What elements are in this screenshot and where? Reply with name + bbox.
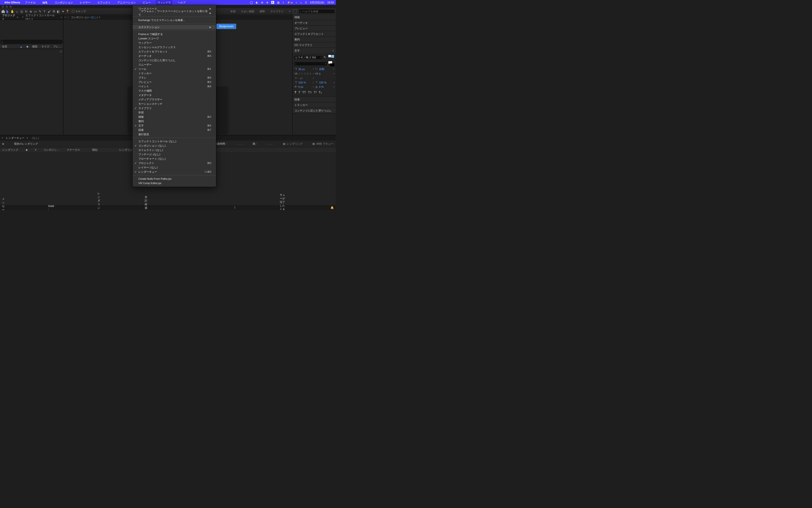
menu-item[interactable]: スムーザー: [133, 62, 216, 67]
rq-close-icon[interactable]: ×: [1, 136, 3, 139]
charge-icon[interactable]: ⚡▭: [287, 1, 293, 4]
leading-value[interactable]: 自動: [319, 67, 325, 71]
menu-item[interactable]: ✓ライブラリ: [133, 106, 216, 110]
menu-item[interactable]: エッセンシャルグラフィックス: [133, 45, 216, 49]
panel-preview[interactable]: プレビュー: [293, 26, 336, 31]
panel-menu-icon[interactable]: ≡: [333, 49, 334, 52]
baseline-value[interactable]: 0 px: [298, 85, 303, 88]
kerning-value[interactable]: メトリクス: [298, 72, 312, 76]
panel-toggle-icon[interactable]: [293, 9, 297, 13]
traffic-min[interactable]: [6, 6, 8, 8]
rq-col-label[interactable]: ◆: [26, 148, 28, 152]
timeline-none-tab[interactable]: (なし): [30, 135, 41, 141]
menu-layer[interactable]: レイヤー: [78, 0, 92, 5]
bluetooth-icon[interactable]: ᚼ: [282, 1, 284, 4]
font-size-value[interactable]: 36 px: [298, 68, 305, 71]
menu-item[interactable]: エクステンション▶: [133, 25, 216, 29]
panel-tracker[interactable]: トラッカー: [293, 102, 336, 108]
menu-item[interactable]: タイムライン: (なし): [133, 148, 216, 152]
panel-character[interactable]: 文字≡: [293, 48, 336, 53]
col-size[interactable]: サイズ: [41, 45, 49, 48]
control-center-icon[interactable]: ☷: [305, 1, 307, 4]
menu-item[interactable]: レイヤー: (なし): [133, 165, 216, 170]
render-button[interactable]: ▦レンダリング: [283, 142, 303, 145]
ws-library[interactable]: ライブラリ: [270, 10, 284, 13]
rq-col-num[interactable]: #: [35, 148, 36, 151]
style-bold[interactable]: T: [294, 90, 296, 94]
menu-item[interactable]: VR Comp Editor.jsx: [133, 181, 216, 185]
roto-tool-icon[interactable]: ✦: [61, 9, 65, 13]
tsume-value[interactable]: 0 %: [319, 85, 324, 88]
menu-item[interactable]: 「デフォルト」ワークスペースにショートカットを割り当て▶: [133, 11, 216, 15]
col-type[interactable]: 種類: [32, 45, 38, 48]
col-framerate[interactable]: フレ…: [53, 45, 61, 48]
help-search[interactable]: ⌕ ヘルプを検索: [299, 9, 335, 13]
flowchart-icon[interactable]: ⊡: [60, 50, 62, 52]
menu-effect[interactable]: エフェクト: [96, 0, 112, 5]
ime-icon[interactable]: A: [271, 1, 274, 4]
bell-icon[interactable]: 🔔: [331, 206, 334, 209]
font-family-dropdown[interactable]: ヒラギノ角ゴ Std▾: [294, 55, 323, 59]
rq-col-start[interactable]: 開始: [92, 148, 97, 152]
puppet-tool-icon[interactable]: 📍: [65, 9, 70, 13]
submenu-bodymovin[interactable]: Bodymovin: [217, 24, 236, 29]
rq-col-comp[interactable]: コンポジシ…: [44, 148, 59, 152]
style-superscript[interactable]: T¹: [314, 90, 317, 94]
mute-icon[interactable]: ⋔: [266, 1, 268, 4]
cc-icon[interactable]: ◯: [250, 1, 253, 4]
rq-col-status[interactable]: ステータス: [67, 148, 80, 152]
panel-info[interactable]: 情報: [293, 14, 336, 20]
panel-paragraph[interactable]: 段落: [293, 97, 336, 102]
eyedropper-icon[interactable]: ✎: [324, 56, 327, 59]
menu-animation[interactable]: アニメーション: [116, 0, 137, 5]
tracking-value[interactable]: 0: [319, 72, 320, 75]
col-name[interactable]: 名前: [2, 45, 16, 48]
style-allcaps[interactable]: TT: [302, 90, 306, 94]
menu-item[interactable]: ✓ツール⌘1: [133, 67, 216, 71]
rq-col-render[interactable]: レンダリング: [2, 148, 18, 152]
project-search[interactable]: ⌕: [0, 40, 63, 44]
menu-item[interactable]: ウィグラー: [133, 41, 216, 45]
menu-item[interactable]: Create Nulls From Paths.jsx: [133, 177, 216, 181]
menu-item[interactable]: オーディオ⌘4: [133, 54, 216, 58]
app-name[interactable]: After Effects: [4, 1, 20, 4]
panel-content-aware-fill[interactable]: コンテンツに応じた塗りつぶし: [293, 108, 336, 113]
ws-learn[interactable]: 学習: [230, 10, 236, 13]
menu-item[interactable]: ブラシ⌘9: [133, 76, 216, 80]
close-tab-icon[interactable]: ×: [65, 16, 66, 18]
spotlight-icon[interactable]: ⌕: [300, 1, 302, 4]
lock-icon[interactable]: ⬚: [67, 16, 69, 18]
label-icon[interactable]: ◆: [27, 45, 28, 48]
menu-edit[interactable]: 編集: [41, 0, 49, 5]
menu-item[interactable]: モーションスケッチ: [133, 101, 216, 106]
menu-item[interactable]: Frame.io で確認する: [133, 32, 216, 36]
style-subscript[interactable]: T₁: [319, 90, 322, 94]
panel-cc-library[interactable]: CC ライブラリ: [293, 42, 336, 48]
rq-tab[interactable]: レンダーキュー≡: [4, 135, 30, 141]
fill-swatch-alt[interactable]: [331, 55, 334, 58]
menubar-date[interactable]: 6月22日(水): [310, 1, 325, 4]
menu-item[interactable]: エフェクトコントロール: (なし): [133, 139, 216, 143]
menu-item[interactable]: プレビュー⌘3: [133, 80, 216, 84]
snap-toggle[interactable]: スナップ: [72, 10, 86, 13]
menu-item[interactable]: Lumetri スコープ: [133, 36, 216, 41]
menu-item[interactable]: フッテージ: (なし): [133, 152, 216, 157]
ws-small[interactable]: 小さい画面: [241, 10, 254, 13]
style-italic[interactable]: T: [298, 90, 300, 94]
menu-item[interactable]: マスク補間: [133, 89, 216, 93]
gear-status-icon[interactable]: ⊚: [261, 1, 263, 4]
style-smallcaps[interactable]: Tᴛ: [308, 90, 312, 94]
menu-file[interactable]: ファイル: [24, 0, 37, 5]
panel-overflow-icon[interactable]: »: [60, 16, 63, 18]
menu-item[interactable]: メタデータ: [133, 93, 216, 97]
battery-icon[interactable]: ▥: [277, 1, 280, 4]
panel-audio[interactable]: オーディオ: [293, 20, 336, 26]
menu-item[interactable]: Exchange でエクステンションを検索...: [133, 18, 216, 22]
menu-item[interactable]: 進行状況: [133, 132, 216, 136]
menu-item[interactable]: トラッカー: [133, 71, 216, 76]
sort-icon[interactable]: ▲: [20, 45, 23, 48]
rq-expand-icon[interactable]: ▶: [2, 142, 4, 145]
panel-effects-presets[interactable]: エフェクト＆プリセット: [293, 31, 336, 37]
menu-help[interactable]: ヘルプ: [176, 0, 187, 5]
menubar-time[interactable]: 16:55: [327, 1, 334, 4]
